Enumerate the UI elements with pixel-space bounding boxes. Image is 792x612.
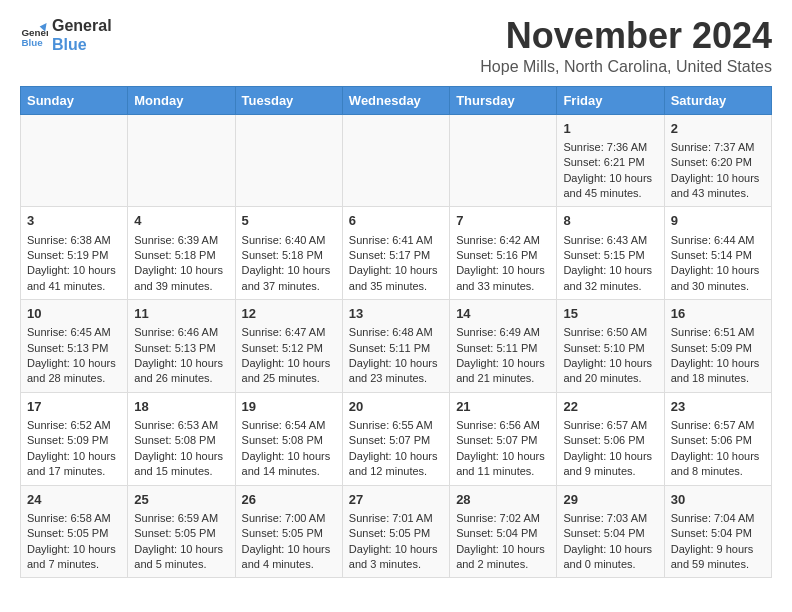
day-info: Daylight: 10 hours and 8 minutes.	[671, 449, 765, 480]
weekday-header-saturday: Saturday	[664, 86, 771, 114]
calendar-cell: 12Sunrise: 6:47 AMSunset: 5:12 PMDayligh…	[235, 300, 342, 393]
day-number: 18	[134, 398, 228, 416]
day-number: 28	[456, 491, 550, 509]
calendar-week-4: 17Sunrise: 6:52 AMSunset: 5:09 PMDayligh…	[21, 392, 772, 485]
day-info: Sunset: 5:11 PM	[456, 341, 550, 356]
calendar-cell	[342, 114, 449, 207]
day-info: Daylight: 10 hours and 23 minutes.	[349, 356, 443, 387]
day-info: Sunset: 5:14 PM	[671, 248, 765, 263]
day-info: Daylight: 10 hours and 0 minutes.	[563, 542, 657, 573]
calendar-cell	[450, 114, 557, 207]
calendar-week-5: 24Sunrise: 6:58 AMSunset: 5:05 PMDayligh…	[21, 485, 772, 578]
day-info: Sunrise: 7:01 AM	[349, 511, 443, 526]
day-info: Sunrise: 6:50 AM	[563, 325, 657, 340]
day-info: Sunrise: 6:38 AM	[27, 233, 121, 248]
day-info: Sunset: 6:20 PM	[671, 155, 765, 170]
day-info: Daylight: 10 hours and 9 minutes.	[563, 449, 657, 480]
day-number: 15	[563, 305, 657, 323]
calendar-week-1: 1Sunrise: 7:36 AMSunset: 6:21 PMDaylight…	[21, 114, 772, 207]
month-title: November 2024	[480, 16, 772, 56]
day-info: Sunset: 5:07 PM	[456, 433, 550, 448]
day-number: 29	[563, 491, 657, 509]
day-info: Daylight: 10 hours and 43 minutes.	[671, 171, 765, 202]
day-number: 1	[563, 120, 657, 138]
day-info: Daylight: 10 hours and 11 minutes.	[456, 449, 550, 480]
day-info: Daylight: 10 hours and 41 minutes.	[27, 263, 121, 294]
day-info: Sunrise: 6:57 AM	[563, 418, 657, 433]
calendar-cell: 15Sunrise: 6:50 AMSunset: 5:10 PMDayligh…	[557, 300, 664, 393]
calendar-cell: 9Sunrise: 6:44 AMSunset: 5:14 PMDaylight…	[664, 207, 771, 300]
day-info: Sunrise: 6:41 AM	[349, 233, 443, 248]
day-number: 27	[349, 491, 443, 509]
calendar-cell: 19Sunrise: 6:54 AMSunset: 5:08 PMDayligh…	[235, 392, 342, 485]
calendar-cell: 27Sunrise: 7:01 AMSunset: 5:05 PMDayligh…	[342, 485, 449, 578]
weekday-header-thursday: Thursday	[450, 86, 557, 114]
calendar-cell: 8Sunrise: 6:43 AMSunset: 5:15 PMDaylight…	[557, 207, 664, 300]
day-info: Sunrise: 7:04 AM	[671, 511, 765, 526]
calendar-cell	[21, 114, 128, 207]
day-info: Daylight: 10 hours and 30 minutes.	[671, 263, 765, 294]
day-info: Daylight: 10 hours and 14 minutes.	[242, 449, 336, 480]
day-info: Sunset: 5:16 PM	[456, 248, 550, 263]
day-number: 20	[349, 398, 443, 416]
calendar-table: SundayMondayTuesdayWednesdayThursdayFrid…	[20, 86, 772, 579]
day-info: Daylight: 10 hours and 26 minutes.	[134, 356, 228, 387]
logo-text-blue: Blue	[52, 35, 112, 54]
calendar-cell: 2Sunrise: 7:37 AMSunset: 6:20 PMDaylight…	[664, 114, 771, 207]
day-info: Sunset: 5:12 PM	[242, 341, 336, 356]
day-info: Sunset: 5:08 PM	[242, 433, 336, 448]
location-title: Hope Mills, North Carolina, United State…	[480, 58, 772, 76]
logo: General Blue General Blue	[20, 16, 112, 54]
day-info: Sunset: 5:19 PM	[27, 248, 121, 263]
day-number: 16	[671, 305, 765, 323]
day-info: Sunrise: 6:58 AM	[27, 511, 121, 526]
calendar-cell: 28Sunrise: 7:02 AMSunset: 5:04 PMDayligh…	[450, 485, 557, 578]
day-number: 10	[27, 305, 121, 323]
day-info: Daylight: 10 hours and 18 minutes.	[671, 356, 765, 387]
day-info: Sunset: 5:09 PM	[671, 341, 765, 356]
day-info: Daylight: 10 hours and 37 minutes.	[242, 263, 336, 294]
day-number: 6	[349, 212, 443, 230]
day-info: Sunset: 5:13 PM	[134, 341, 228, 356]
day-info: Sunrise: 7:36 AM	[563, 140, 657, 155]
day-number: 9	[671, 212, 765, 230]
day-info: Sunrise: 6:47 AM	[242, 325, 336, 340]
day-info: Sunrise: 6:39 AM	[134, 233, 228, 248]
day-info: Sunset: 5:13 PM	[27, 341, 121, 356]
day-number: 12	[242, 305, 336, 323]
day-info: Sunrise: 6:57 AM	[671, 418, 765, 433]
day-info: Sunset: 5:05 PM	[27, 526, 121, 541]
calendar-cell: 6Sunrise: 6:41 AMSunset: 5:17 PMDaylight…	[342, 207, 449, 300]
day-info: Daylight: 10 hours and 33 minutes.	[456, 263, 550, 294]
day-info: Daylight: 10 hours and 7 minutes.	[27, 542, 121, 573]
day-number: 30	[671, 491, 765, 509]
calendar-cell: 22Sunrise: 6:57 AMSunset: 5:06 PMDayligh…	[557, 392, 664, 485]
weekday-header-wednesday: Wednesday	[342, 86, 449, 114]
calendar-cell: 21Sunrise: 6:56 AMSunset: 5:07 PMDayligh…	[450, 392, 557, 485]
day-number: 7	[456, 212, 550, 230]
day-number: 8	[563, 212, 657, 230]
day-number: 14	[456, 305, 550, 323]
day-info: Sunrise: 6:53 AM	[134, 418, 228, 433]
calendar-cell: 5Sunrise: 6:40 AMSunset: 5:18 PMDaylight…	[235, 207, 342, 300]
day-info: Sunrise: 6:48 AM	[349, 325, 443, 340]
calendar-week-2: 3Sunrise: 6:38 AMSunset: 5:19 PMDaylight…	[21, 207, 772, 300]
day-number: 19	[242, 398, 336, 416]
day-info: Daylight: 10 hours and 15 minutes.	[134, 449, 228, 480]
day-info: Sunset: 5:04 PM	[671, 526, 765, 541]
day-info: Sunrise: 6:52 AM	[27, 418, 121, 433]
day-number: 13	[349, 305, 443, 323]
calendar-cell: 10Sunrise: 6:45 AMSunset: 5:13 PMDayligh…	[21, 300, 128, 393]
calendar-cell: 13Sunrise: 6:48 AMSunset: 5:11 PMDayligh…	[342, 300, 449, 393]
day-number: 24	[27, 491, 121, 509]
logo-text-general: General	[52, 16, 112, 35]
day-info: Sunrise: 6:46 AM	[134, 325, 228, 340]
calendar-cell: 20Sunrise: 6:55 AMSunset: 5:07 PMDayligh…	[342, 392, 449, 485]
day-number: 17	[27, 398, 121, 416]
calendar-cell: 29Sunrise: 7:03 AMSunset: 5:04 PMDayligh…	[557, 485, 664, 578]
day-number: 11	[134, 305, 228, 323]
day-info: Sunrise: 6:55 AM	[349, 418, 443, 433]
weekday-header-friday: Friday	[557, 86, 664, 114]
day-info: Sunset: 5:11 PM	[349, 341, 443, 356]
calendar-cell: 24Sunrise: 6:58 AMSunset: 5:05 PMDayligh…	[21, 485, 128, 578]
